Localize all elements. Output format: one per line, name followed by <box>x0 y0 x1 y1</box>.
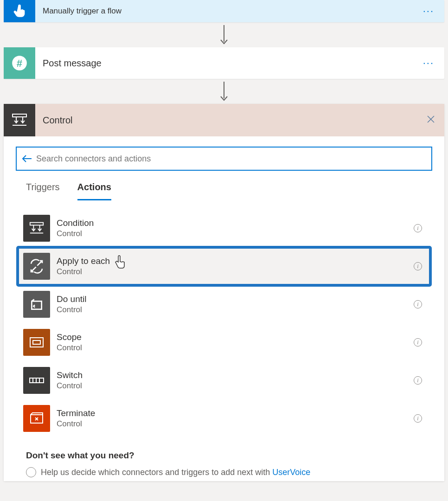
condition-icon <box>23 215 50 242</box>
apply-each-icon <box>23 253 50 280</box>
svg-rect-16 <box>30 338 43 347</box>
action-sub: Control <box>57 419 414 429</box>
control-icon <box>4 104 35 136</box>
tabs: Triggers Actions <box>16 171 432 201</box>
action-do-until[interactable]: Do until Control i <box>18 285 430 323</box>
action-name: Scope <box>57 332 414 342</box>
control-title: Control <box>35 115 417 126</box>
info-icon[interactable]: i <box>414 224 422 232</box>
action-name: Terminate <box>57 408 414 418</box>
action-switch[interactable]: Switch Control i <box>18 361 430 399</box>
svg-rect-11 <box>30 223 43 225</box>
svg-rect-4 <box>13 114 26 117</box>
step-trigger-title: Manually trigger a flow <box>35 6 413 16</box>
action-sub: Control <box>57 229 414 238</box>
tab-actions[interactable]: Actions <box>77 182 111 200</box>
svg-text:#: # <box>17 58 22 69</box>
arrow-down-icon <box>4 79 444 104</box>
info-icon[interactable]: i <box>414 262 422 270</box>
action-sub: Control <box>57 305 414 315</box>
action-sub: Control <box>57 381 414 391</box>
search-connectors[interactable] <box>16 147 432 171</box>
svg-rect-15 <box>32 301 41 309</box>
control-panel: Control Triggers Actions <box>4 104 444 481</box>
close-icon[interactable] <box>417 115 444 126</box>
action-name: Apply to each <box>57 256 414 266</box>
step-trigger[interactable]: Manually trigger a flow ··· <box>4 0 444 22</box>
action-condition[interactable]: Condition Control i <box>18 209 430 247</box>
hashtag-icon: # <box>4 47 35 79</box>
control-header: Control <box>4 104 444 136</box>
footer-question: Don't see what you need? <box>26 450 422 461</box>
step-post-message[interactable]: # Post message ··· <box>4 47 444 79</box>
footer-help: Don't see what you need? Help us decide … <box>16 437 432 481</box>
action-name: Switch <box>57 370 414 380</box>
info-icon[interactable]: i <box>414 376 422 385</box>
action-sub: Control <box>57 267 414 276</box>
arrow-down-icon <box>4 22 444 47</box>
action-name: Do until <box>57 294 414 304</box>
action-terminate[interactable]: Terminate Control i <box>18 399 430 437</box>
action-list: Condition Control i Apply to each Contro… <box>16 201 432 437</box>
search-input[interactable] <box>36 154 427 164</box>
face-icon <box>26 467 36 477</box>
action-apply-to-each[interactable]: Apply to each Control i <box>18 247 430 285</box>
tab-triggers[interactable]: Triggers <box>26 182 60 200</box>
action-sub: Control <box>57 343 414 353</box>
info-icon[interactable]: i <box>414 414 422 423</box>
step-post-title: Post message <box>35 58 413 69</box>
switch-icon <box>23 367 50 394</box>
manual-trigger-icon <box>4 0 35 22</box>
svg-rect-17 <box>33 340 40 344</box>
info-icon[interactable]: i <box>414 338 422 347</box>
terminate-icon <box>23 405 50 432</box>
info-icon[interactable]: i <box>414 300 422 308</box>
uservoice-link[interactable]: UserVoice <box>272 468 310 477</box>
step-post-menu[interactable]: ··· <box>413 57 444 69</box>
step-trigger-menu[interactable]: ··· <box>413 5 444 17</box>
back-arrow-icon[interactable] <box>21 154 32 163</box>
action-name: Condition <box>57 218 414 228</box>
scope-icon <box>23 329 50 356</box>
action-scope[interactable]: Scope Control i <box>18 323 430 361</box>
do-until-icon <box>23 291 50 318</box>
footer-text: Help us decide which connectors and trig… <box>41 468 272 477</box>
